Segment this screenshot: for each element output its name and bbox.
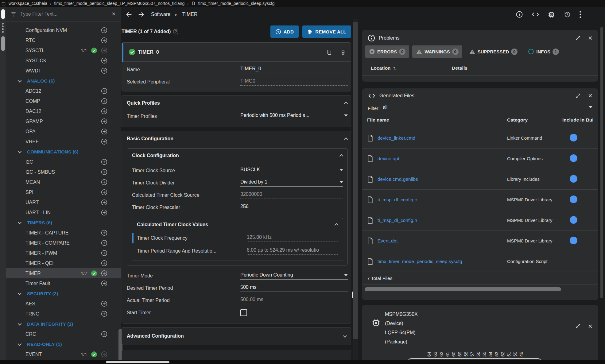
add-instance-icon[interactable] xyxy=(101,47,107,54)
details-column[interactable]: Details xyxy=(452,65,467,71)
desired-period-input[interactable]: 500 ms xyxy=(240,285,348,292)
collapse-icon[interactable] xyxy=(339,154,343,158)
name-input[interactable]: TIMER_0 xyxy=(240,66,348,73)
package-pin[interactable]: 60 xyxy=(452,349,455,359)
timer-profiles-select[interactable]: Periodic with 500 ms Period a... xyxy=(240,113,348,120)
add-instance-icon[interactable] xyxy=(101,169,107,175)
package-pin[interactable]: 64 xyxy=(427,349,431,359)
add-instance-icon[interactable] xyxy=(101,118,107,125)
package-pin[interactable]: 55 xyxy=(482,349,486,359)
sidebar-item[interactable]: ADC12 xyxy=(6,86,121,96)
add-instance-icon[interactable] xyxy=(101,57,107,64)
expand-panel-icon[interactable] xyxy=(575,93,581,99)
prescaler-input[interactable]: 256 xyxy=(240,204,343,211)
delete-icon[interactable] xyxy=(340,49,346,56)
add-instance-icon[interactable] xyxy=(101,27,107,33)
close-panel-icon[interactable]: × xyxy=(588,35,592,41)
sidebar-item[interactable]: TIMER - PWM xyxy=(6,248,121,258)
add-instance-icon[interactable] xyxy=(101,189,107,196)
add-instance-icon[interactable] xyxy=(101,108,107,114)
sidebar-item[interactable]: TRNG xyxy=(6,309,121,319)
file-link[interactable]: ti_msp_dl_config.c xyxy=(378,197,417,203)
close-panel-icon[interactable]: × xyxy=(588,93,592,99)
add-instance-icon[interactable] xyxy=(101,311,107,317)
filter-input[interactable] xyxy=(20,11,111,17)
problem-filter-button[interactable]: INFOS 1 xyxy=(524,45,563,58)
sidebar-item[interactable]: Timer Fault xyxy=(6,278,121,288)
right-scrollbar[interactable] xyxy=(600,27,603,298)
sidebar-item[interactable]: TIMERS (6) xyxy=(6,218,121,228)
forward-icon[interactable] xyxy=(138,11,144,18)
sidebar-item[interactable]: COMP xyxy=(6,96,121,106)
code-icon[interactable] xyxy=(531,11,539,18)
add-instance-icon[interactable] xyxy=(101,300,107,307)
breadcrumb-project[interactable]: timx_timer_mode_periodic_sleep_LP_MSPM0G… xyxy=(54,1,184,6)
chevron-down-icon[interactable] xyxy=(18,220,22,224)
sidebar-item[interactable]: TIMER - QEI xyxy=(6,258,121,268)
clear-filter-icon[interactable]: × xyxy=(111,10,117,17)
add-instance-icon[interactable] xyxy=(101,199,107,206)
sort-icon[interactable] xyxy=(393,66,398,71)
category-column[interactable]: Category xyxy=(507,117,562,123)
add-button[interactable]: ADD xyxy=(270,25,299,38)
add-instance-icon[interactable] xyxy=(101,98,107,104)
sidebar-item[interactable]: I2C - SMBUS xyxy=(6,167,121,177)
add-instance-icon[interactable] xyxy=(101,240,107,246)
add-instance-icon[interactable] xyxy=(101,179,107,185)
horizontal-scrollbar-thumb[interactable] xyxy=(106,361,169,363)
filter-select[interactable]: all xyxy=(383,104,592,112)
sidebar-item[interactable]: RTC xyxy=(6,35,121,45)
sidebar-item[interactable]: DAC12 xyxy=(6,106,121,116)
instance-header[interactable]: TIMER_0 xyxy=(122,43,351,62)
sidebar-item[interactable]: READ-ONLY (1) xyxy=(6,339,121,349)
sidebar-item[interactable]: I2C xyxy=(6,157,121,167)
chevron-down-icon[interactable] xyxy=(18,322,22,326)
add-instance-icon[interactable] xyxy=(101,128,107,135)
file-link[interactable]: device.opt xyxy=(378,156,399,161)
package-pin[interactable]: 56 xyxy=(476,349,480,359)
panel-grabber[interactable] xyxy=(1,36,5,51)
remove-all-button[interactable]: REMOVE ALL xyxy=(302,25,351,38)
add-instance-icon[interactable] xyxy=(101,209,107,216)
scrollbar-thumb[interactable] xyxy=(353,22,358,339)
collapse-icon[interactable] xyxy=(344,102,348,106)
problem-filter-button[interactable]: WARNINGS 0 xyxy=(412,45,462,58)
package-pin[interactable]: 49 xyxy=(519,349,523,359)
sidebar-item[interactable]: Configuration NVM xyxy=(6,25,121,35)
sidebar-item[interactable]: WWDT xyxy=(6,66,121,76)
package-pin[interactable]: 50 xyxy=(513,349,517,359)
breadcrumb-workspace[interactable]: workspace_ccstheia xyxy=(9,1,47,6)
sidebar-item[interactable]: VREF xyxy=(6,137,121,147)
sidebar-item[interactable]: DATA INTEGRITY (1) xyxy=(6,319,121,329)
duplicate-icon[interactable] xyxy=(326,49,332,56)
package-pin[interactable]: 62 xyxy=(439,349,443,359)
add-instance-icon[interactable] xyxy=(101,159,107,165)
package-pin[interactable]: 61 xyxy=(445,349,449,359)
sidebar-item[interactable]: GPAMP xyxy=(6,116,121,126)
sidebar-item[interactable]: UART xyxy=(6,197,121,207)
add-instance-icon[interactable] xyxy=(101,351,107,358)
middle-scrollbar[interactable] xyxy=(353,19,358,364)
sidebar-item[interactable]: TIMER - COMPARE xyxy=(6,238,121,248)
chevron-down-icon[interactable] xyxy=(18,342,22,346)
close-panel-icon[interactable]: × xyxy=(588,323,592,347)
sidebar-item[interactable]: TIMER 1/7 xyxy=(6,268,121,278)
info-icon[interactable] xyxy=(516,11,523,18)
history-icon[interactable] xyxy=(564,11,571,18)
clock-source-select[interactable]: BUSCLK xyxy=(240,167,343,174)
sidebar-item[interactable]: SECURITY (2) xyxy=(6,288,121,299)
sidebar-item[interactable]: ANALOG (6) xyxy=(6,76,121,86)
package-pin[interactable]: 58 xyxy=(464,349,467,359)
sidebar-item[interactable]: SYSCTL 1/1 xyxy=(6,45,121,56)
add-instance-icon[interactable] xyxy=(101,280,107,287)
package-pin[interactable]: 53 xyxy=(494,349,498,359)
sidebar-item[interactable]: MCAN xyxy=(6,177,121,187)
kebab-menu-icon[interactable] xyxy=(580,11,581,18)
sidebar-item[interactable]: TIMER - CAPTURE xyxy=(6,228,121,238)
chevron-down-icon[interactable] xyxy=(18,79,22,83)
nav-breadcrumb-software[interactable]: Software xyxy=(151,12,170,17)
add-instance-icon[interactable] xyxy=(101,138,107,145)
package-pin[interactable]: 51 xyxy=(507,349,510,359)
add-instance-icon[interactable] xyxy=(101,260,107,266)
add-instance-icon[interactable] xyxy=(101,68,107,74)
